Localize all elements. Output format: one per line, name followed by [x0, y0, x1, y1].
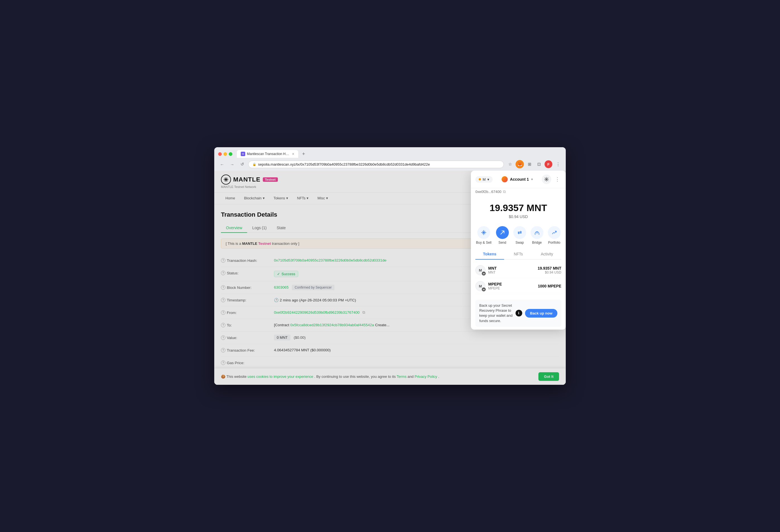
tab-favicon: M	[241, 152, 245, 156]
mm-tab-activity[interactable]: Activity	[533, 249, 561, 259]
minimize-window-btn[interactable]	[224, 152, 227, 156]
mm-network-label: M	[483, 177, 486, 181]
mm-snowflake-btn[interactable]	[542, 174, 551, 184]
page-content: MANTLE Testnet MANTLE Testnet Network Al…	[214, 171, 566, 385]
close-window-btn[interactable]	[218, 152, 222, 156]
metamask-extension-btn[interactable]: 🦊	[516, 160, 524, 168]
buy-sell-label: Buy & Sell	[476, 241, 491, 245]
bridge-label: Bridge	[532, 241, 542, 245]
swap-label: Swap	[516, 241, 524, 245]
tab-title-text: Mantlescan Transaction Hash	[247, 152, 290, 156]
mm-header-actions: ⋮	[542, 174, 561, 184]
mm-more-btn[interactable]: ⋮	[553, 175, 561, 183]
mpepe-mini-icon: M	[482, 287, 486, 291]
mm-action-buy-sell[interactable]: Buy & Sell	[476, 226, 491, 245]
profile-btn[interactable]: F	[544, 160, 552, 168]
snowflake-icon	[544, 177, 549, 182]
mm-copy-address-btn[interactable]: ⧉	[503, 189, 506, 194]
mm-header: M ▾ Account 1 ▾	[471, 171, 566, 188]
mm-network-chevron-icon: ▾	[487, 177, 489, 181]
mm-address-text: 0xe0f2b...67400	[475, 190, 501, 194]
browser-toolbar: ← → ↺ 🔒 sepolia.mantlescan.xyz/tx/0x7105…	[214, 158, 566, 171]
refresh-btn[interactable]: ↺	[238, 160, 246, 168]
new-tab-btn[interactable]: +	[301, 151, 306, 157]
mnt-mini-icon: M	[482, 271, 486, 276]
maximize-window-btn[interactable]	[229, 152, 232, 156]
mm-token-mnt[interactable]: M M MNT MNT 19.9357 MNT $0.94 USD	[475, 262, 561, 278]
mm-tabs: Tokens NFTs Activity	[475, 249, 561, 260]
mpepe-name: MPEPE	[488, 282, 535, 286]
mm-actions: Buy & Sell Send Sw	[471, 223, 566, 249]
mnt-avatar: M M	[475, 265, 485, 275]
url-text: sepolia.mantlescan.xyz/tx/0x7105d53f709b…	[258, 162, 500, 166]
active-tab[interactable]: M Mantlescan Transaction Hash ×	[237, 150, 298, 158]
browser-window: M Mantlescan Transaction Hash × + ← → ↺ …	[214, 147, 566, 385]
portfolio-label: Portfolio	[548, 241, 560, 245]
mnt-usd: $0.94 USD	[538, 270, 561, 274]
mm-backup-text: Back up your Secret Recovery Phrase to k…	[479, 303, 513, 323]
metamask-popup: M ▾ Account 1 ▾	[471, 171, 566, 330]
buy-sell-icon	[477, 226, 490, 239]
mm-account-name: Account 1	[510, 177, 529, 181]
mpepe-symbol: MPEPE	[488, 286, 535, 290]
mm-balance-amount: 19.9357 MNT	[475, 202, 561, 213]
extensions-btn[interactable]: ⊞	[526, 160, 533, 168]
mm-action-portfolio[interactable]: Portfolio	[548, 226, 561, 245]
lock-icon: 🔒	[252, 163, 256, 166]
mm-balance-usd: $0.94 USD	[475, 214, 561, 219]
send-label: Send	[498, 241, 506, 245]
mm-account-chevron-icon: ▾	[531, 177, 533, 181]
mm-tab-tokens[interactable]: Tokens	[475, 249, 504, 260]
browser-titlebar: M Mantlescan Transaction Hash × +	[214, 147, 566, 158]
toolbar-right: ☆ 🦊 ⊞ ⊡ F ⋮	[506, 160, 562, 168]
mm-backup-banner: Back up your Secret Recovery Phrase to k…	[475, 300, 561, 327]
mpepe-amount: 1000 MPEPE	[538, 284, 561, 288]
mm-account-selector[interactable]: Account 1 ▾	[501, 176, 533, 182]
mnt-info: MNT MNT	[488, 266, 535, 274]
cast-btn[interactable]: ⊡	[535, 160, 543, 168]
mm-network-selector[interactable]: M ▾	[475, 176, 493, 182]
portfolio-icon	[548, 226, 561, 239]
mnt-symbol: MNT	[488, 270, 535, 274]
mm-balance-section: 19.9357 MNT $0.94 USD	[471, 198, 566, 223]
swap-icon	[513, 226, 526, 239]
mm-address-row: 0xe0f2b...67400 ⧉	[471, 188, 566, 198]
mpepe-balance: 1000 MPEPE	[538, 284, 561, 288]
mm-tab-nfts[interactable]: NFTs	[504, 249, 533, 259]
mnt-name: MNT	[488, 266, 535, 270]
mm-account-avatar	[501, 176, 508, 182]
bookmark-btn[interactable]: ☆	[506, 160, 514, 168]
back-btn[interactable]: ←	[218, 160, 226, 168]
mm-backup-btn[interactable]: Back up now	[525, 309, 557, 318]
mm-action-bridge[interactable]: Bridge	[531, 226, 543, 245]
tab-close-btn[interactable]: ×	[292, 152, 294, 156]
mpepe-avatar: M M	[475, 281, 485, 291]
mm-action-swap[interactable]: Swap	[513, 226, 526, 245]
mnt-amount: 19.9357 MNT	[538, 266, 561, 270]
send-icon	[496, 226, 509, 239]
network-dot	[479, 178, 481, 180]
mpepe-info: MPEPE MPEPE	[488, 282, 535, 290]
mm-backup-info-icon: ℹ	[516, 310, 522, 316]
forward-btn[interactable]: →	[228, 160, 236, 168]
bridge-icon	[531, 226, 543, 239]
traffic-lights	[218, 152, 232, 156]
mnt-balance: 19.9357 MNT $0.94 USD	[538, 266, 561, 274]
mm-token-mpepe[interactable]: M M MPEPE MPEPE 1000 MPEPE	[475, 278, 561, 294]
mm-action-send[interactable]: Send	[496, 226, 509, 245]
mm-token-list: M M MNT MNT 19.9357 MNT $0.94 USD M	[471, 260, 566, 297]
more-btn[interactable]: ⋮	[554, 160, 562, 168]
address-bar[interactable]: 🔒 sepolia.mantlescan.xyz/tx/0x7105d53f70…	[248, 161, 504, 168]
